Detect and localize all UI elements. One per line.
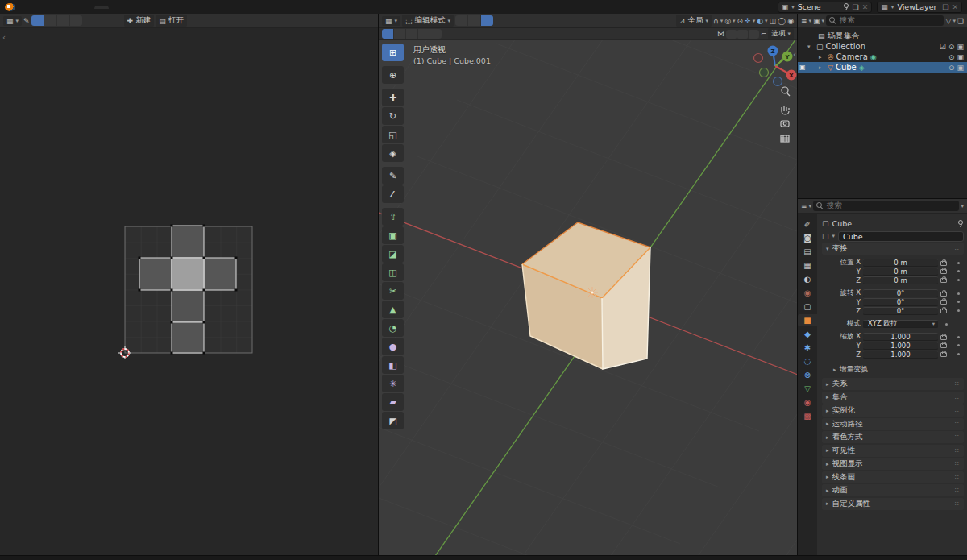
close-icon[interactable]: ✕ xyxy=(952,3,958,11)
uv-menu[interactable] xyxy=(84,20,93,22)
workspace-tab[interactable] xyxy=(123,6,138,9)
image-open-button[interactable]: ▤ 打开 xyxy=(156,15,187,27)
value-field[interactable]: 0° ▾ xyxy=(863,298,938,306)
tool-button[interactable]: ▰ xyxy=(382,393,404,411)
perspective-toggle-icon[interactable] xyxy=(781,135,789,142)
transform-panel-header[interactable]: ▾ 变换 ∷ xyxy=(822,243,964,255)
disable-in-render-icon[interactable]: ▣ xyxy=(957,53,964,61)
topbar-menu[interactable] xyxy=(33,6,46,8)
uv-selected-face[interactable] xyxy=(172,258,204,290)
topbar-menu[interactable] xyxy=(46,6,59,8)
tool-button[interactable]: ◱ xyxy=(382,126,404,143)
workspace-tab[interactable] xyxy=(109,6,123,9)
animate-dot[interactable] xyxy=(957,309,960,312)
drag-handle-icon[interactable]: ∷ xyxy=(955,380,960,388)
select-option-button[interactable] xyxy=(418,29,430,39)
animate-dot[interactable] xyxy=(957,262,960,264)
gizmos-icon[interactable]: ✛ xyxy=(745,17,751,25)
outliner-row[interactable]: ▾ ▢ Collection ☑ ⊙ ▣ xyxy=(798,41,967,52)
pin-icon[interactable] xyxy=(843,3,849,10)
uv-menu[interactable] xyxy=(103,20,113,22)
animate-dot[interactable] xyxy=(945,323,948,326)
disable-in-render-icon[interactable]: ▣ xyxy=(957,64,964,72)
tool-button[interactable]: ◈ xyxy=(382,144,404,162)
collapsed-panel[interactable]: ▸ 可见性 ∷ xyxy=(822,445,964,457)
overlays-icon[interactable]: ◐ xyxy=(757,17,763,25)
expand-toggle-icon[interactable]: ▾ xyxy=(807,44,814,50)
properties-tab[interactable]: ✱ xyxy=(798,342,817,354)
axis-neg-y[interactable] xyxy=(760,68,769,77)
viewport-menu[interactable] xyxy=(524,20,533,22)
drag-handle-icon[interactable]: ∷ xyxy=(955,421,960,428)
hide-in-viewport-icon[interactable]: ⊙ xyxy=(948,53,955,61)
animate-dot[interactable] xyxy=(957,353,960,355)
uv-select-mode-button[interactable] xyxy=(57,15,69,26)
topbar-menu[interactable] xyxy=(59,6,72,8)
pencil-icon[interactable]: ✎ xyxy=(23,17,30,25)
region-toggle-icon[interactable]: ‹ xyxy=(2,33,6,42)
mesh-select-mode-button[interactable] xyxy=(468,15,480,26)
drag-handle-icon[interactable]: ∷ xyxy=(955,447,960,454)
select-option-button[interactable] xyxy=(430,29,442,39)
camera-view-icon[interactable] xyxy=(781,121,789,127)
drag-handle-icon[interactable]: ∷ xyxy=(955,487,960,494)
tool-button[interactable]: ⊞ xyxy=(382,44,404,61)
editor-type-button[interactable]: ▦ ▾ xyxy=(3,16,22,26)
drag-handle-icon[interactable]: ∷ xyxy=(955,407,960,414)
viewport-menu[interactable] xyxy=(553,20,562,22)
workspace-tab[interactable] xyxy=(196,6,210,9)
lock-icon[interactable] xyxy=(940,259,952,268)
viewport-menu[interactable] xyxy=(533,20,543,22)
viewport-menu[interactable] xyxy=(495,20,504,22)
drag-handle-icon[interactable]: ∷ xyxy=(955,460,960,467)
collapsed-panel[interactable]: ▸ 关系 ∷ xyxy=(822,378,964,390)
topbar-menu[interactable] xyxy=(72,6,85,8)
lock-icon[interactable] xyxy=(940,350,952,359)
hide-in-viewport-icon[interactable]: ⊙ xyxy=(948,64,955,72)
mirror-axis-button[interactable] xyxy=(737,30,748,39)
lock-icon[interactable] xyxy=(940,289,952,298)
lock-icon[interactable] xyxy=(940,306,952,315)
view-object-types-icon[interactable]: ⊙ xyxy=(737,17,744,25)
select-option-button[interactable] xyxy=(406,29,417,39)
properties-tab[interactable]: ▢ xyxy=(798,301,817,313)
transform-orientation-dropdown[interactable]: ⊿ 全局 ▾ xyxy=(676,15,712,27)
shading-wireframe-icon[interactable]: ◯ xyxy=(778,17,786,25)
viewport-menu[interactable] xyxy=(504,20,514,22)
value-field[interactable]: 0 m ▾ xyxy=(863,268,938,276)
viewport-menu[interactable] xyxy=(562,20,572,22)
value-field[interactable]: 1.000 ▾ xyxy=(863,351,938,359)
workspace-tab[interactable] xyxy=(138,6,152,9)
lock-icon[interactable] xyxy=(940,276,952,284)
outliner-row[interactable]: ▸ ✇ Camera ◉ ⊙ ▣ xyxy=(798,52,967,62)
close-icon[interactable]: ✕ xyxy=(862,3,869,11)
uv-menu[interactable] xyxy=(113,20,122,22)
properties-tab[interactable]: ◉ xyxy=(798,396,817,409)
expand-toggle-icon[interactable]: ▸ xyxy=(819,64,825,71)
animate-dot[interactable] xyxy=(957,344,960,346)
display-mode-icon[interactable]: ≡ xyxy=(801,17,807,25)
uv-select-mode-button[interactable] xyxy=(44,15,56,26)
value-field[interactable]: 0° ▾ xyxy=(863,307,938,315)
mesh-select-mode-button[interactable] xyxy=(455,15,467,26)
properties-tab[interactable]: ▽ xyxy=(798,383,817,395)
animate-dot[interactable] xyxy=(957,292,960,295)
image-new-button[interactable]: ✚ 新建 xyxy=(124,15,155,27)
editor-type-button[interactable]: ▦ ▾ xyxy=(382,16,400,26)
value-field[interactable]: 0° ▾ xyxy=(863,289,938,297)
workspace-tab[interactable] xyxy=(181,6,196,9)
animate-dot[interactable] xyxy=(957,301,960,303)
properties-tab[interactable]: ◌ xyxy=(798,355,817,367)
uv-select-mode-button[interactable] xyxy=(70,15,82,26)
properties-tab[interactable]: ◙ xyxy=(798,232,817,244)
hide-in-viewport-icon[interactable]: ⊙ xyxy=(948,43,955,51)
select-option-button[interactable] xyxy=(382,29,393,39)
properties-tab[interactable]: ◉ xyxy=(798,287,817,299)
mode-dropdown[interactable]: ⬚ 编辑模式 ▾ xyxy=(402,15,454,27)
tool-button[interactable]: ● xyxy=(382,338,404,355)
properties-tab[interactable]: ▦ xyxy=(798,259,817,272)
tool-button[interactable]: ✎ xyxy=(382,167,404,185)
select-option-button[interactable] xyxy=(394,29,405,39)
workspace-tab[interactable] xyxy=(167,6,181,9)
uv-select-mode-button[interactable] xyxy=(31,15,44,26)
